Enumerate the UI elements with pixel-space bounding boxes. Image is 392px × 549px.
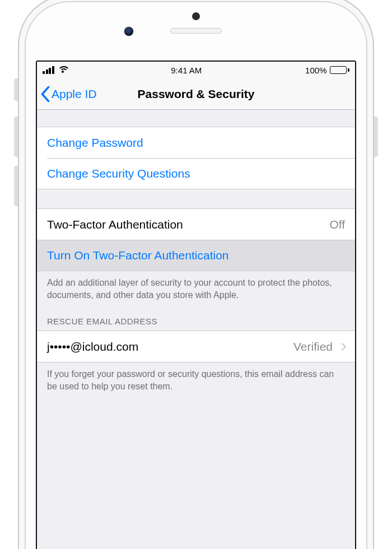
- chevron-right-icon: [338, 343, 346, 351]
- change-password-label: Change Password: [47, 136, 143, 150]
- volume-up-button: [14, 117, 18, 157]
- two-factor-status-row: Two-Factor Authentication Off: [37, 209, 355, 240]
- change-password-row[interactable]: Change Password: [37, 127, 355, 158]
- iphone-device-frame: 9:41 AM 100% Apple ID Password & Securit…: [18, 0, 374, 549]
- navigation-bar: Apple ID Password & Security: [37, 78, 355, 110]
- status-time: 9:41 AM: [171, 66, 202, 75]
- battery-percentage: 100%: [305, 66, 326, 75]
- turn-on-two-factor-row[interactable]: Turn On Two-Factor Authentication: [37, 240, 355, 271]
- back-button[interactable]: Apple ID: [40, 86, 97, 102]
- two-factor-label: Two-Factor Authentication: [47, 218, 183, 231]
- screen: 9:41 AM 100% Apple ID Password & Securit…: [36, 61, 356, 549]
- page-title: Password & Security: [138, 87, 255, 101]
- rescue-email-address: j•••••@icloud.com: [47, 340, 138, 353]
- turn-on-two-factor-label: Turn On Two-Factor Authentication: [47, 249, 229, 262]
- status-bar: 9:41 AM 100%: [37, 62, 355, 78]
- ring-silent-switch: [14, 78, 18, 101]
- battery-icon: [330, 66, 349, 74]
- chevron-left-icon: [40, 86, 50, 102]
- cellular-signal-icon: [43, 66, 54, 74]
- volume-down-button: [14, 166, 18, 206]
- proximity-sensor: [192, 12, 200, 20]
- earpiece-speaker: [170, 28, 222, 34]
- back-label: Apple ID: [52, 87, 97, 101]
- two-factor-group: Two-Factor Authentication Off Turn On Tw…: [37, 208, 355, 271]
- wifi-icon: [58, 66, 68, 74]
- power-button: [374, 117, 378, 157]
- two-factor-value: Off: [329, 218, 345, 231]
- rescue-email-group: j•••••@icloud.com Verified: [37, 331, 355, 362]
- rescue-email-row[interactable]: j•••••@icloud.com Verified: [37, 331, 355, 362]
- rescue-email-header: RESCUE EMAIL ADDRESS: [37, 301, 355, 331]
- rescue-email-status: Verified: [293, 340, 333, 353]
- two-factor-footer: Add an additional layer of security to y…: [37, 271, 355, 301]
- change-security-questions-label: Change Security Questions: [47, 167, 190, 180]
- rescue-email-footer: If you forget your password or security …: [37, 362, 355, 392]
- password-group: Change Password Change Security Question…: [37, 127, 355, 189]
- change-security-questions-row[interactable]: Change Security Questions: [47, 158, 355, 189]
- front-camera: [124, 27, 133, 36]
